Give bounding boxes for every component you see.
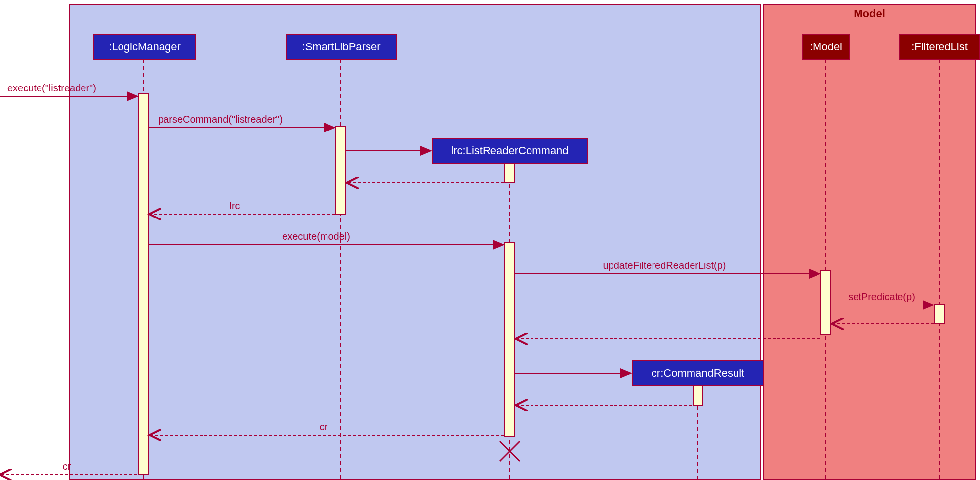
msg-cr-out-label: cr <box>63 461 71 472</box>
logic-manager-activation <box>138 94 148 475</box>
filtered-list-activation <box>935 304 944 324</box>
smartlib-parser-activation <box>336 126 346 214</box>
logic-manager-label: :LogicManager <box>109 41 181 53</box>
model-activation <box>821 271 831 334</box>
logic-frame-title: Logic <box>393 7 422 20</box>
msg-return-cr-label: cr <box>320 421 328 432</box>
logic-frame <box>69 5 761 480</box>
filtered-list-label: :FilteredList <box>911 41 968 53</box>
model-frame-title: Model <box>854 7 885 20</box>
msg-set-predicate-label: setPredicate(p) <box>848 291 915 302</box>
model-label: :Model <box>810 41 842 53</box>
model-frame <box>763 5 976 480</box>
sequence-diagram: Logic Model :LogicManager :SmartLibParse… <box>0 0 980 480</box>
msg-parse-command-label: parseCommand("listreader") <box>158 114 283 125</box>
list-reader-command-activation-1 <box>505 163 515 183</box>
list-reader-command-activation-2 <box>505 242 515 436</box>
msg-execute-model-label: execute(model) <box>282 231 350 242</box>
smartlib-parser-label: :SmartLibParser <box>302 41 381 53</box>
list-reader-command-label: lrc:ListReaderCommand <box>451 144 568 157</box>
command-result-activation <box>693 386 703 405</box>
msg-return-lrc-label: lrc <box>229 200 240 211</box>
msg-execute-label: execute("listreader") <box>7 83 96 93</box>
command-result-label: cr:CommandResult <box>652 367 744 379</box>
msg-update-filtered-label: updateFilteredReaderList(p) <box>603 260 726 271</box>
